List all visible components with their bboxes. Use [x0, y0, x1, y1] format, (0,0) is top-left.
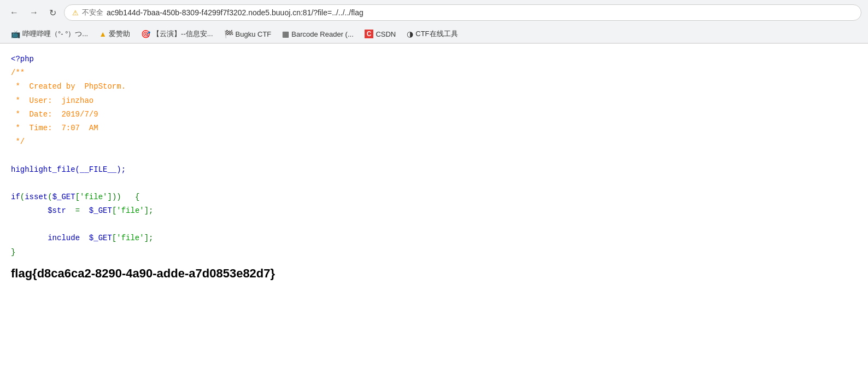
comment-date: * Date: 2019/7/9: [11, 110, 98, 119]
blank1: [11, 151, 15, 160]
code-block: <?php /** * Created by PhpStorm. * User:…: [11, 53, 857, 259]
warning-icon: ⚠: [72, 9, 79, 17]
csdn-label: CSDN: [376, 30, 396, 38]
bookmark-bugku[interactable]: 🏁 Bugku CTF: [220, 28, 276, 40]
bookmark-aizanzhu[interactable]: ▲ 爱赞助: [95, 27, 134, 40]
address-bar[interactable]: ⚠ 不安全 ac9b144d-7baa-450b-8309-f4299f7f32…: [64, 4, 861, 21]
aizanzhu-icon: ▲: [99, 30, 107, 38]
blank3: [11, 220, 15, 229]
php-open-tag: <?php: [11, 55, 34, 63]
include-line: include $_GET['file'];: [11, 234, 154, 242]
close-brace: }: [11, 248, 15, 257]
page-content: <?php /** * Created by PhpStorm. * User:…: [0, 44, 868, 292]
comment-created: * Created by PhpStorm.: [11, 82, 126, 91]
browser-chrome: ← → ↻ ⚠ 不安全 ac9b144d-7baa-450b-8309-f429…: [0, 0, 868, 44]
yunyuan-label: 【云演】--信息安...: [153, 29, 213, 39]
bilibili-icon: 📺: [11, 30, 20, 38]
ctf-icon: ◑: [407, 30, 413, 38]
url-text: ac9b144d-7baa-450b-8309-f4299f7f3202.nod…: [107, 8, 363, 17]
if-line: if(isset($_GET['file'])) {: [11, 193, 139, 201]
bookmarks-bar: 📺 哔哩哔哩（°- °）つ... ▲ 爱赞助 🎯 【云演】--信息安... 🏁 …: [0, 25, 868, 43]
comment-time: * Time: 7:07 AM: [11, 124, 98, 132]
yunyuan-icon: 🎯: [141, 30, 150, 38]
insecure-label: 不安全: [82, 8, 103, 18]
comment-user: * User: jinzhao: [11, 96, 93, 105]
nav-bar: ← → ↻ ⚠ 不安全 ac9b144d-7baa-450b-8309-f429…: [0, 0, 868, 25]
comment-open: /**: [11, 68, 25, 77]
barcode-icon: ▦: [282, 30, 289, 38]
bookmark-ctf[interactable]: ◑ CTF在线工具: [402, 27, 462, 40]
bookmark-yunyuan[interactable]: 🎯 【云演】--信息安...: [137, 27, 218, 40]
csdn-icon: C: [365, 30, 374, 38]
highlight-line: highlight_file(__FILE__);: [11, 165, 126, 174]
back-button[interactable]: ←: [7, 5, 22, 20]
forward-button[interactable]: →: [26, 5, 42, 20]
str-line: $str = $_GET['file'];: [11, 206, 154, 215]
bookmark-bilibili[interactable]: 📺 哔哩哔哩（°- °）つ...: [7, 27, 92, 40]
bugku-label: Bugku CTF: [236, 30, 272, 38]
ctf-label: CTF在线工具: [415, 29, 458, 39]
flag-text: flag{d8ca6ca2-8290-4a90-adde-a7d0853e82d…: [11, 264, 857, 283]
aizanzhu-label: 爱赞助: [109, 29, 130, 39]
barcode-label: Barcode Reader (...: [291, 30, 353, 38]
bookmark-csdn[interactable]: C CSDN: [360, 28, 401, 40]
refresh-button[interactable]: ↻: [46, 5, 60, 20]
bugku-icon: 🏁: [224, 30, 233, 38]
blank2: [11, 179, 15, 188]
comment-close: */: [11, 137, 25, 146]
bookmark-barcode[interactable]: ▦ Barcode Reader (...: [278, 28, 357, 40]
bilibili-label: 哔哩哔哩（°- °）つ...: [22, 29, 88, 39]
